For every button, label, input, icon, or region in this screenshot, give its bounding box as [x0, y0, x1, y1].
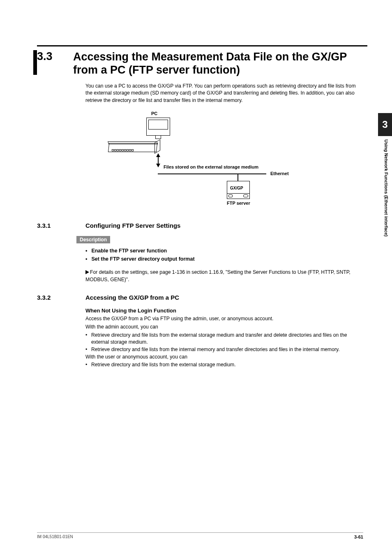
ethernet-drop-icon [238, 173, 238, 181]
when-not-login-heading: When Not Using the Login Function [85, 308, 363, 314]
page-footer: IM 04L51B01-01EN 3-61 [37, 532, 363, 539]
bullet-set-format: Set the FTP server directory output form… [85, 255, 363, 263]
user-cap-1: Retrieve directory and file lists from t… [85, 361, 363, 369]
content-area: You can use a PC to access the GX/GP via… [85, 83, 363, 369]
side-chapter-number: 3 [378, 113, 392, 136]
section-title: Accessing the Measurement Data File on t… [73, 50, 363, 77]
side-chapter-tab: 3 Using Network Functions (Ethernet inte… [378, 113, 392, 288]
pc-label: PC [151, 111, 157, 116]
subsection-331-title: Configuring FTP Server Settings [85, 222, 180, 229]
title-left-bar [33, 50, 37, 75]
gxgp-device-label: GX/GP [230, 186, 243, 190]
access-paragraph: Access the GX/GP from a PC via FTP using… [85, 315, 363, 323]
admin-cap-2: Retrieve directory and file lists from t… [85, 346, 363, 354]
description-bullets: Enable the FTP server function Set the F… [85, 247, 363, 263]
side-chapter-label: Using Network Functions (Ethernet interf… [384, 139, 389, 237]
admin-intro: With the admin account, you can [85, 324, 363, 331]
reference-text: For details on the settings, see page 1-… [85, 269, 350, 282]
gxgp-slot-icon [227, 193, 250, 197]
ftp-server-label: FTP server [227, 201, 250, 206]
admin-cap-1: Retrieve directory and file lists from t… [85, 332, 363, 346]
user-capabilities: Retrieve directory and file lists from t… [85, 361, 363, 369]
user-intro: With the user or anonymous account, you … [85, 354, 363, 361]
ethernet-line-icon [158, 173, 266, 174]
files-label: Files stored on the external storage med… [164, 164, 258, 169]
page-number: 3-61 [354, 534, 363, 539]
ethernet-label: Ethernet [270, 171, 289, 176]
reference-arrow-icon [85, 270, 89, 274]
pc-monitor-icon [146, 118, 170, 136]
subsection-331-number: 3.3.1 [37, 222, 85, 229]
bidirectional-arrow-icon [158, 154, 159, 167]
page: 3 Using Network Functions (Ethernet inte… [0, 0, 392, 555]
network-diagram: PC Files stored on the external storage … [98, 111, 336, 210]
admin-capabilities: Retrieve directory and file lists from t… [85, 332, 363, 354]
title-rule [37, 45, 367, 46]
section-number: 3.3 [37, 50, 73, 63]
description-badge: Description [76, 236, 110, 243]
intro-paragraph: You can use a PC to access the GX/GP via… [85, 83, 357, 104]
doc-id: IM 04L51B01-01EN [37, 534, 73, 539]
pc-stand-icon [155, 136, 161, 139]
subsection-331-header: 3.3.1 Configuring FTP Server Settings [37, 222, 363, 229]
bullet-enable-ftp: Enable the FTP server function [85, 247, 363, 255]
section-title-block: 3.3 Accessing the Measurement Data File … [37, 45, 363, 77]
subsection-332-number: 3.3.2 [37, 294, 85, 301]
subsection-332-header: 3.3.2 Accessing the GX/GP from a PC [37, 294, 363, 301]
pc-keys-icon [112, 146, 145, 149]
subsection-332-title: Accessing the GX/GP from a PC [85, 294, 179, 301]
side-chapter-labelbox: Using Network Functions (Ethernet interf… [378, 136, 392, 288]
reference-paragraph: For details on the settings, see page 1-… [85, 269, 363, 283]
